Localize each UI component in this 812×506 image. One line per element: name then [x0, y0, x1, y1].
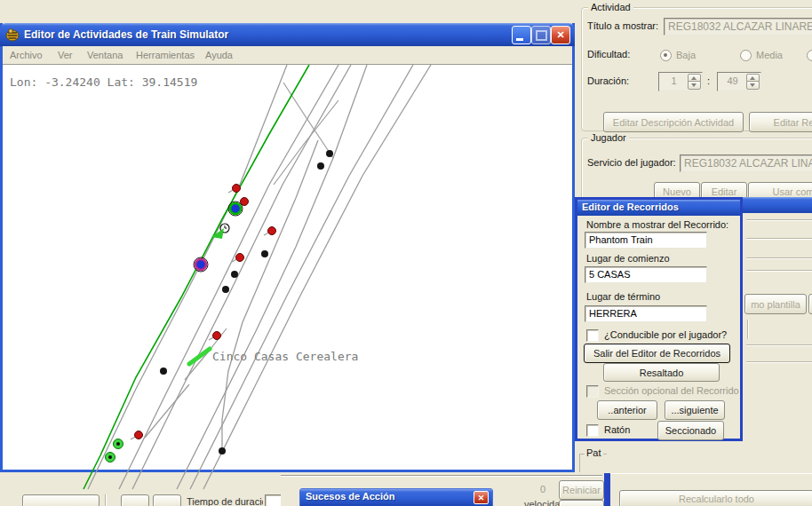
action-events-window-title: Sucesos de Acción — [306, 491, 394, 502]
activity-editor-screen: Editor de Actividades de Train Simulator… — [0, 0, 812, 506]
route-name-label: Nombre a mostrar del Recorrido: — [586, 219, 728, 230]
difficulty-radio-baja[interactable] — [660, 50, 672, 61]
waypoint-marker-black[interactable] — [261, 250, 268, 257]
signal-marker-red[interactable] — [236, 254, 244, 262]
route-editor-body: Nombre a mostrar del Recorrido: Phantom … — [577, 216, 740, 439]
previous-button[interactable]: ..anterior — [597, 400, 657, 420]
route-name-input[interactable]: Phantom Train — [585, 232, 707, 249]
waypoint-marker-black[interactable] — [231, 271, 238, 278]
activity-groupbox: Actividad Título a mostrar: REG18032 ALC… — [581, 7, 812, 131]
mouse-checkbox-label: Ratón — [604, 424, 630, 435]
route-editor-titlebar[interactable]: Editor de Recorridos — [577, 200, 740, 216]
minutes-down-arrow[interactable] — [746, 81, 760, 90]
sectioned-button[interactable]: Seccionado — [657, 421, 724, 440]
signal-marker-red[interactable] — [268, 227, 276, 235]
drivable-checkbox-label: ¿Conducible por el jugador? — [604, 329, 727, 340]
mouse-checkbox[interactable] — [586, 424, 599, 437]
main-window-titlebar[interactable]: Editor de Actividades de Train Simulator… — [0, 23, 575, 46]
track-line[interactable] — [132, 65, 351, 489]
track-line[interactable] — [88, 65, 287, 489]
coordinates-readout: Lon: -3.24240 Lat: 39.14519 — [10, 75, 197, 89]
divider — [746, 270, 812, 272]
background-window-strip: mo plantilla Bo — [743, 197, 812, 470]
player-service-field[interactable]: REG18032 ALCAZAR LINARES — [680, 154, 812, 172]
menu-bar: Archivo Ver Ventana Herramientas Ayuda — [3, 46, 572, 64]
action-events-window-titlebar[interactable]: Sucesos de Acción ✕ — [299, 488, 493, 506]
player-path-line[interactable] — [84, 65, 309, 489]
bottom-toolbar-button-3[interactable] — [153, 494, 181, 506]
reset-button[interactable]: Reiniciar — [559, 480, 604, 500]
edit-summary-button[interactable]: Editar Resumen — [749, 112, 812, 132]
window-border-fragment — [604, 473, 610, 506]
platform-marker-center — [116, 442, 120, 446]
waypoint-marker-black[interactable] — [219, 447, 226, 455]
track-line[interactable] — [119, 65, 338, 489]
duration-separator: : — [707, 75, 710, 86]
difficulty-label: Dificultad: — [587, 49, 630, 59]
activity-title-field[interactable]: REG18032 ALCAZAR LINARES — [664, 18, 812, 36]
divider — [746, 361, 812, 363]
use-as-template-button-fragment[interactable]: mo plantilla — [744, 294, 807, 314]
divider — [746, 219, 812, 221]
menu-herramientas[interactable]: Herramientas — [136, 50, 195, 60]
exit-route-editor-button[interactable]: Salir del Editor de Recorridos — [584, 344, 730, 363]
activity-group-title: Actividad — [588, 2, 633, 12]
waypoint-marker-black[interactable] — [222, 286, 229, 293]
duration-minutes-value: 49 — [718, 75, 747, 86]
platform-marker-center — [108, 455, 112, 459]
start-place-input[interactable]: 5 CASAS — [585, 266, 707, 283]
signal-marker-red[interactable] — [213, 332, 221, 340]
difficulty-media-label: Media — [756, 50, 783, 60]
edit-description-button[interactable]: Editar Descripción Actividad — [603, 112, 744, 132]
waypoint-marker-black[interactable] — [317, 162, 324, 170]
main-window-title: Editor de Actividades de Train Simulator — [24, 28, 228, 41]
route-editor-dialog: Editor de Recorridos Nombre a mostrar de… — [575, 197, 743, 441]
duration-label: Duración: — [587, 75, 629, 86]
difficulty-radio-third[interactable] — [807, 50, 812, 61]
divider — [746, 257, 812, 259]
drivable-checkbox[interactable] — [586, 329, 599, 342]
menu-archivo[interactable]: Archivo — [10, 50, 43, 60]
menu-ayuda[interactable]: Ayuda — [205, 50, 233, 60]
end-place-input[interactable]: HERRERA — [585, 305, 707, 322]
reset-speed-button-fragment[interactable] — [559, 500, 604, 506]
optional-section-checkbox-label: Sección opcional del Recorrido — [604, 385, 739, 396]
menu-ver[interactable]: Ver — [58, 50, 73, 60]
bottom-toolbar-button-2[interactable] — [121, 494, 149, 506]
waypoint-marker-black[interactable] — [160, 368, 167, 375]
main-window: Editor de Actividades de Train Simulator… — [0, 23, 575, 472]
app-icon — [5, 28, 20, 42]
maximize-button[interactable] — [531, 26, 551, 44]
divider — [105, 494, 107, 506]
waypoint-marker-black[interactable] — [326, 150, 333, 157]
difficulty-radio-media[interactable] — [740, 50, 752, 61]
route-node-selected-green[interactable] — [230, 203, 241, 214]
route-editor-title: Editor de Recorridos — [582, 202, 679, 212]
recalculate-all-button[interactable]: Recalcularlo todo — [619, 490, 812, 506]
duration-minutes-spinner[interactable]: 49 — [717, 72, 761, 91]
hours-down-arrow[interactable] — [688, 81, 701, 90]
divider — [746, 344, 812, 346]
end-place-label: Lugar de término — [586, 291, 660, 302]
divider — [746, 238, 812, 240]
bottom-toolbar-button-1[interactable] — [22, 494, 100, 506]
signal-marker-red[interactable] — [135, 431, 143, 439]
route-node-selected-magenta[interactable] — [195, 259, 206, 270]
optional-section-checkbox[interactable] — [586, 385, 599, 398]
close-button[interactable]: ✕ — [551, 26, 570, 44]
duration-hours-spinner[interactable]: 1 — [658, 72, 703, 91]
action-events-close-button[interactable]: ✕ — [474, 491, 489, 504]
background-window-titlebar[interactable] — [743, 197, 812, 213]
delete-button-fragment[interactable]: Bo — [808, 294, 812, 314]
recalculate-panel: Recalcularlo todo — [610, 473, 812, 506]
highlight-button[interactable]: Resaltado — [603, 363, 720, 382]
minimize-button[interactable] — [512, 26, 531, 44]
route-map-canvas[interactable]: Cinco Casas Cerealera — [3, 65, 572, 493]
next-button[interactable]: ...siguiente — [665, 400, 725, 420]
menu-ventana[interactable]: Ventana — [87, 50, 123, 60]
player-group-title: Jugador — [588, 132, 629, 143]
route-map-viewport[interactable]: Cinco Casas Cerealera Lon: -3.24240 Lat:… — [3, 64, 572, 470]
signal-marker-red[interactable] — [233, 185, 241, 193]
pat-group-title: Pat — [585, 447, 603, 458]
time-duration-label: Tiempo de duración — [187, 496, 263, 506]
